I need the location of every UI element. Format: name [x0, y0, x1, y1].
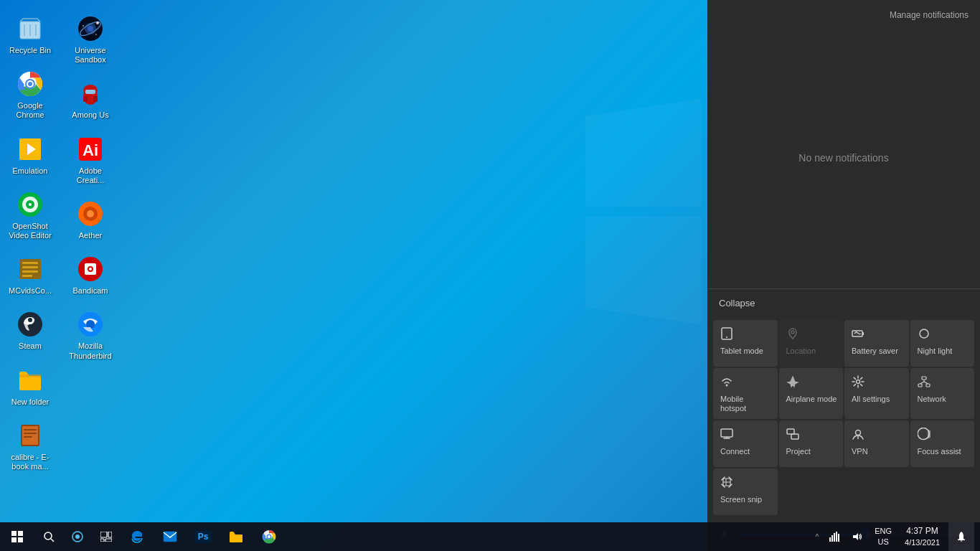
steam-label: Steam [19, 342, 42, 351]
clock-area[interactable]: 4:37 PM 4/13/2021 [899, 525, 946, 548]
cortana-button[interactable] [63, 522, 92, 551]
desktop-icon-among-us[interactable]: Among Us [62, 73, 119, 126]
collapse-section: Collapse [707, 288, 980, 317]
svg-rect-94 [164, 532, 176, 542]
collapse-button[interactable]: Collapse [719, 295, 755, 311]
qa-project[interactable]: Project [779, 420, 844, 467]
svg-line-71 [924, 382, 928, 384]
svg-rect-28 [24, 433, 37, 434]
qa-network[interactable]: Network [910, 368, 975, 419]
bandicam-icon [76, 255, 105, 283]
qa-night-light[interactable]: Night light [910, 320, 975, 367]
clock-time: 4:37 PM [906, 525, 938, 537]
mcvids-label: MCvidsCo... [9, 286, 52, 296]
svg-point-24 [28, 318, 32, 322]
qa-all-settings[interactable]: All settings [844, 368, 909, 419]
svg-rect-93 [105, 539, 112, 542]
network-label: Network [918, 395, 969, 404]
clock-date: 4/13/2021 [905, 537, 940, 548]
google-chrome-label: Google Chrome [4, 101, 56, 120]
desktop-icon-mcvids[interactable]: MCvidsCo... [1, 249, 59, 301]
svg-point-64 [726, 384, 728, 386]
notification-center-button[interactable] [948, 522, 974, 551]
svg-rect-84 [11, 537, 17, 542]
svg-rect-101 [836, 532, 837, 542]
manage-notifications-button[interactable]: Manage notifications [890, 10, 969, 20]
search-button[interactable] [34, 522, 63, 551]
taskbar-file-explorer[interactable] [220, 522, 253, 551]
focus-assist-icon [918, 428, 969, 444]
qa-screen-snip[interactable]: Screen snip [713, 468, 778, 515]
svg-point-55 [791, 331, 794, 334]
svg-rect-85 [18, 537, 23, 542]
qa-focus-assist[interactable]: Focus assist [910, 420, 975, 467]
desktop-icon-bandicam[interactable]: Bandicam [62, 249, 119, 301]
location-icon [786, 327, 838, 344]
taskbar-tray: ^ [813, 522, 980, 551]
svg-rect-27 [24, 429, 37, 430]
svg-rect-82 [11, 531, 17, 536]
svg-point-86 [44, 532, 52, 540]
emulation-icon [16, 135, 44, 164]
desktop-icon-google-chrome[interactable]: Google Chrome [1, 64, 59, 126]
svg-marker-2 [585, 217, 701, 325]
svg-rect-98 [829, 537, 831, 542]
svg-rect-68 [926, 384, 930, 387]
taskbar-apps: Ps [121, 522, 813, 551]
svg-rect-72 [721, 429, 732, 437]
svg-rect-92 [100, 539, 104, 542]
taskbar: Ps ^ [0, 522, 980, 551]
new-folder-label: New folder [11, 397, 50, 407]
desktop-icon-steam[interactable]: Steam [1, 304, 59, 357]
qa-battery-saver[interactable]: Battery saver [844, 320, 909, 367]
svg-rect-99 [831, 535, 833, 542]
desktop-icon-recycle-bin[interactable]: Recycle Bin [1, 9, 59, 61]
qa-airplane-mode[interactable]: Airplane mode [779, 368, 844, 419]
qa-tablet-mode[interactable]: Tablet mode [713, 320, 778, 367]
tray-volume-icon[interactable] [847, 522, 867, 551]
desktop-icon-aether[interactable]: Aether [62, 194, 119, 246]
aether-label: Aether [79, 231, 102, 240]
start-button[interactable] [0, 522, 34, 551]
svg-point-11 [28, 82, 32, 86]
svg-point-63 [920, 329, 928, 338]
tray-network-icon[interactable] [824, 522, 844, 551]
svg-line-70 [920, 382, 924, 384]
desktop-icon-new-folder[interactable]: New folder [1, 360, 59, 413]
focus-assist-label: Focus assist [918, 447, 969, 456]
calibre-icon [16, 421, 44, 450]
language-indicator[interactable]: ENG US [870, 526, 896, 548]
qa-location[interactable]: Location [779, 320, 844, 367]
mobile-hotspot-icon [720, 375, 772, 392]
svg-point-54 [726, 336, 727, 338]
desktop-icon-mozilla-thunderbird[interactable]: Mozilla Thunderbird [62, 304, 119, 366]
task-view-button[interactable] [92, 522, 121, 551]
svg-rect-100 [834, 533, 835, 542]
project-icon [786, 428, 838, 444]
qa-mobile-hotspot[interactable]: Mobile hotspot [713, 368, 778, 419]
desktop-icon-emulation[interactable]: Emulation [1, 129, 59, 182]
night-light-icon [918, 327, 969, 344]
desktop-icon-openshot[interactable]: OpenShot Video Editor [1, 184, 59, 246]
svg-rect-40 [93, 96, 98, 102]
taskbar-photoshop[interactable]: Ps [187, 522, 220, 551]
svg-rect-90 [100, 532, 107, 537]
svg-rect-26 [22, 426, 38, 445]
svg-rect-91 [108, 532, 112, 537]
qa-connect[interactable]: Connect [713, 420, 778, 467]
svg-rect-39 [85, 90, 95, 94]
google-chrome-icon [16, 70, 44, 98]
qa-vpn[interactable]: VPN [844, 420, 909, 467]
vpn-icon [852, 428, 903, 444]
taskbar-mail[interactable] [154, 522, 187, 551]
desktop-icon-calibre[interactable]: calibre - E-book ma... [1, 415, 59, 477]
universe-sandbox-label: Universe Sandbox [65, 46, 116, 65]
desktop-icon-universe-sandbox[interactable]: Universe Sandbox [62, 9, 119, 70]
desktop-icon-adobe-creative[interactable]: Ai Adobe Creati... [62, 129, 119, 191]
svg-point-36 [95, 34, 97, 35]
language-code: ENG [875, 526, 892, 537]
taskbar-chrome[interactable] [253, 522, 286, 551]
tray-expand-button[interactable]: ^ [813, 533, 822, 541]
no-notifications-text: No new notifications [707, 27, 980, 288]
taskbar-edge[interactable] [121, 522, 154, 551]
